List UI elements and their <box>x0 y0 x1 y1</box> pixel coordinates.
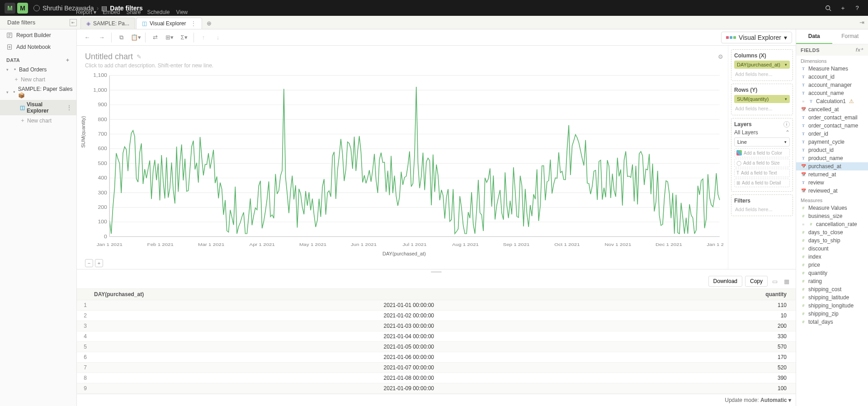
grid-col-date[interactable]: DAY(purchased_at) <box>90 289 440 300</box>
zoom-out-icon[interactable]: − <box>85 259 93 267</box>
field-quantity[interactable]: #quantity <box>796 269 868 277</box>
tree-visual-explorer[interactable]: ◫ Visual Explorer ⋮ <box>0 100 76 115</box>
grid-resize-handle[interactable] <box>77 269 796 274</box>
field-Calculation1[interactable]: =TCalculation1⚠ <box>796 97 868 105</box>
field-product_id[interactable]: Tproduct_id <box>796 146 868 154</box>
update-mode[interactable]: Update mode: Automatic ▾ <box>77 394 796 406</box>
mark-select[interactable]: Line▾ <box>734 137 790 146</box>
menu-schedule[interactable]: Schedule <box>147 9 170 15</box>
tree-sample-paper[interactable]: ▾• SAMPLE: Paper Sales 📦 <box>0 85 76 100</box>
filters-shelf[interactable]: Filters Add fields here... <box>731 194 793 216</box>
field-shipping_latitude[interactable]: #shipping_latitude <box>796 293 868 302</box>
table-row[interactable]: 62021-01-06 00:00:00170 <box>77 352 796 363</box>
tab-visual-explorer[interactable]: ◫ Visual Explorer ⋮ <box>136 18 202 29</box>
table-row[interactable]: 52021-01-05 00:00:00570 <box>77 342 796 352</box>
tab-add-button[interactable]: ⊕ <box>203 18 216 29</box>
field-rating[interactable]: #rating <box>796 277 868 285</box>
field-Measure Values[interactable]: #Measure Values <box>796 204 868 212</box>
tree-sample-new-chart[interactable]: ＋New chart <box>0 115 76 126</box>
field-order_id[interactable]: Torder_id <box>796 130 868 138</box>
search-icon[interactable] <box>822 3 835 14</box>
field-account_id[interactable]: Taccount_id <box>796 73 868 81</box>
menu-share[interactable]: Share <box>126 9 141 15</box>
redo-icon[interactable]: → <box>95 31 108 44</box>
field-days_to_close[interactable]: #days_to_close <box>796 228 868 236</box>
field-payment_cycle[interactable]: Tpayment_cycle <box>796 138 868 146</box>
filters-placeholder[interactable]: Add fields here... <box>734 206 790 213</box>
copy-button[interactable]: Copy <box>745 276 768 287</box>
field-account_name[interactable]: Taccount_name <box>796 89 868 97</box>
table-row[interactable]: 92021-01-09 00:00:00100 <box>77 383 796 394</box>
app-logo[interactable]: M M <box>5 3 28 14</box>
grid-col-qty[interactable]: quantity <box>440 289 796 300</box>
tree-bad-orders-new-chart[interactable]: ＋New chart <box>0 74 76 85</box>
table-row[interactable]: 32021-01-03 00:00:00200 <box>77 321 796 331</box>
field-total_days[interactable]: #total_days <box>796 318 868 326</box>
duplicate-icon[interactable]: ⧉ <box>114 31 128 44</box>
table-row[interactable]: 22021-01-02 00:00:0010 <box>77 311 796 321</box>
table-row[interactable]: 82021-01-08 00:00:00390 <box>77 373 796 383</box>
tab-sample[interactable]: ◈ SAMPLE: Pa... <box>80 18 135 29</box>
sidebar-report-builder[interactable]: Report Builder <box>0 29 76 41</box>
chart-canvas[interactable]: SUM(quantity) 01002003004005006007008009… <box>85 72 723 249</box>
field-days_to_ship[interactable]: #days_to_ship <box>796 236 868 245</box>
chart-settings-icon[interactable]: ⚙ <box>718 53 723 60</box>
add-data-icon[interactable]: ＋ <box>65 57 70 63</box>
undo-icon[interactable]: ← <box>80 31 94 44</box>
edit-title-icon[interactable]: ✎ <box>137 53 142 60</box>
columns-placeholder[interactable]: Add fields here... <box>734 71 790 78</box>
chart-title[interactable]: Untitled chart <box>85 52 133 61</box>
sort-desc-icon[interactable]: ↓ <box>211 31 225 44</box>
paste-icon[interactable]: 📋▾ <box>129 31 142 44</box>
rows-placeholder[interactable]: Add fields here... <box>734 105 790 112</box>
collapse-icon[interactable]: ⇤ <box>70 19 77 26</box>
fit-icon[interactable]: ⊞▾ <box>163 31 176 44</box>
field-order_contact_name[interactable]: Torder_contact_name <box>796 122 868 130</box>
rows-pill[interactable]: SUM(quantity)▾ <box>734 95 790 103</box>
field-business_size[interactable]: #business_size <box>796 212 868 220</box>
panel-toggle-icon[interactable]: ⇥ <box>855 16 868 29</box>
fx-icon[interactable]: fx⁺ <box>856 47 863 53</box>
field-shipping_longitude[interactable]: #shipping_longitude <box>796 302 868 310</box>
plus-icon[interactable]: ＋ <box>836 3 849 14</box>
calendar-icon[interactable]: ▦ <box>782 278 791 285</box>
field-cancellation_rate[interactable]: =#cancellation_rate <box>796 220 868 228</box>
columns-shelf[interactable]: Columns (X) DAY(purchased_at)▾ Add field… <box>731 49 793 81</box>
tree-bad-orders[interactable]: ▾• Bad Orders <box>0 65 76 74</box>
field-returned_at[interactable]: 📅returned_at <box>796 170 868 179</box>
sort-asc-icon[interactable]: ↑ <box>197 31 210 44</box>
rp-tab-data[interactable]: Data <box>796 29 832 44</box>
slot-color[interactable]: Add a field to Color <box>734 148 790 157</box>
table-row[interactable]: 72021-01-07 00:00:00520 <box>77 363 796 373</box>
collapse-grid-icon[interactable]: ▭ <box>770 278 779 285</box>
field-Measure Names[interactable]: TMeasure Names <box>796 65 868 73</box>
swap-icon[interactable]: ⇄ <box>148 31 162 44</box>
slot-size[interactable]: ◯Add a field to Size <box>734 159 790 167</box>
chart-subtitle[interactable]: Click to add chart description. Shift-en… <box>85 62 723 69</box>
field-review[interactable]: Treview <box>796 179 868 187</box>
sidebar-add-notebook[interactable]: Add Notebook <box>0 41 76 53</box>
rows-shelf[interactable]: Rows (Y) SUM(quantity)▾ Add fields here.… <box>731 84 793 115</box>
field-price[interactable]: #price <box>796 261 868 269</box>
download-button[interactable]: Download <box>708 276 742 287</box>
table-row[interactable]: 12021-01-01 00:00:00110 <box>77 300 796 311</box>
info-icon[interactable]: i <box>783 121 790 127</box>
menu-embed[interactable]: Embed <box>103 9 120 15</box>
tree-item-more-icon[interactable]: ⋮ <box>66 104 74 111</box>
slot-detail[interactable]: ⊞Add a field to Detail <box>734 179 790 187</box>
slot-text[interactable]: TAdd a field to Text <box>734 169 790 177</box>
field-purchased_at[interactable]: 📅purchased_at <box>796 162 868 170</box>
field-shipping_cost[interactable]: #shipping_cost <box>796 285 868 293</box>
menu-report[interactable]: Report ▾ <box>76 9 96 15</box>
tab-more-icon[interactable]: ⋮ <box>191 20 196 27</box>
visual-explorer-dropdown[interactable]: Visual Explorer ▾ <box>721 32 792 43</box>
table-row[interactable]: 42021-01-04 00:00:00330 <box>77 331 796 342</box>
field-order_contact_email[interactable]: Torder_contact_email <box>796 113 868 122</box>
field-product_name[interactable]: Tproduct_name <box>796 154 868 162</box>
help-icon[interactable]: ? <box>851 3 863 14</box>
sigma-icon[interactable]: Σ▾ <box>177 31 191 44</box>
field-discount[interactable]: #discount <box>796 245 868 253</box>
field-account_manager[interactable]: Taccount_manager <box>796 81 868 89</box>
menu-view[interactable]: View <box>176 9 188 15</box>
columns-pill[interactable]: DAY(purchased_at)▾ <box>734 61 790 69</box>
